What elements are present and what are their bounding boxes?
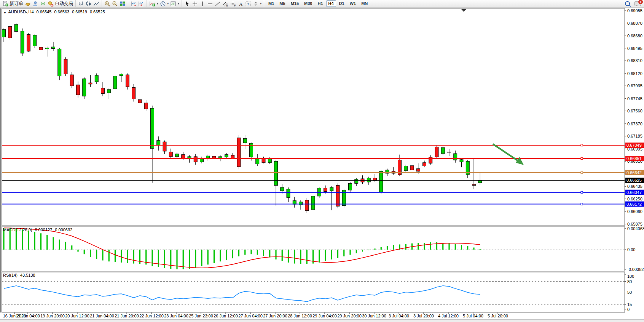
chart-ohlc-header[interactable]: ▼ AUDUSD-,H4 0.66545 0.66563 0.66519 0.6… bbox=[3, 10, 105, 14]
svg-text:0.66060: 0.66060 bbox=[627, 209, 642, 214]
indicators-button[interactable]: ▾ bbox=[148, 0, 159, 7]
timeframe-m1[interactable]: M1 bbox=[266, 0, 276, 7]
chevron-down-icon: ▾ bbox=[178, 2, 179, 5]
chart-shift-button[interactable] bbox=[137, 0, 145, 7]
new-order-icon bbox=[2, 1, 8, 7]
svg-text:0.66172: 0.66172 bbox=[626, 202, 642, 207]
timeframe-h4[interactable]: H4 bbox=[326, 0, 336, 7]
horizontal-line-button[interactable] bbox=[206, 0, 214, 7]
svg-text:T: T bbox=[247, 2, 249, 6]
svg-text:29 Jun 04:00: 29 Jun 04:00 bbox=[312, 314, 337, 318]
time-axis[interactable]: 16 Jun 202319 Jun 04:0019 Jun 20:0020 Ju… bbox=[3, 312, 508, 318]
timeframe-m5[interactable]: M5 bbox=[277, 0, 287, 7]
svg-text:25 Jun 23:00: 25 Jun 23:00 bbox=[189, 314, 213, 318]
rsi-pane[interactable] bbox=[2, 272, 625, 312]
label-icon: T bbox=[245, 1, 251, 7]
crosshair-icon bbox=[192, 1, 198, 7]
channel-icon: E bbox=[222, 1, 228, 7]
svg-text:23 Jun 04:00: 23 Jun 04:00 bbox=[164, 314, 188, 318]
svg-text:50: 50 bbox=[627, 290, 632, 295]
zoom-in-button[interactable] bbox=[104, 0, 111, 7]
text-label-button[interactable]: T bbox=[244, 0, 252, 7]
svg-text:27 Jun 20:00: 27 Jun 20:00 bbox=[263, 314, 287, 318]
signal-button[interactable] bbox=[39, 0, 47, 7]
macd-value2: 0.000632 bbox=[55, 227, 72, 232]
svg-text:29 Jun 20:00: 29 Jun 20:00 bbox=[337, 314, 362, 318]
svg-text:0.67745: 0.67745 bbox=[627, 96, 642, 101]
chevron-down-icon: ▼ bbox=[3, 11, 6, 14]
timeframe-w1[interactable]: W1 bbox=[348, 0, 359, 7]
macd-name: MACD(12,26,9) bbox=[3, 227, 32, 232]
svg-text:3 Jul 20:00: 3 Jul 20:00 bbox=[413, 314, 434, 318]
svg-text:-0.003828: -0.003828 bbox=[627, 267, 644, 272]
svg-text:E: E bbox=[226, 4, 228, 7]
arrows-button[interactable]: ▾ bbox=[252, 0, 263, 7]
svg-text:0: 0 bbox=[627, 307, 630, 312]
rsi-indicator-label: RSI(14) 43.5138 bbox=[3, 273, 35, 277]
svg-text:4 Jul 12:00: 4 Jul 12:00 bbox=[438, 314, 459, 318]
vertical-line-button[interactable] bbox=[199, 0, 206, 7]
timeframe-d1[interactable]: D1 bbox=[337, 0, 347, 7]
zoom-out-button[interactable] bbox=[111, 0, 119, 7]
equidistant-channel-button[interactable]: E bbox=[222, 0, 229, 7]
chart-shift-icon bbox=[138, 1, 144, 7]
timeframe-m30[interactable]: M30 bbox=[302, 0, 314, 7]
macd-indicator-label: MACD(12,26,9) 0.000127 0.000632 bbox=[3, 227, 72, 232]
gold-icon bbox=[25, 1, 31, 7]
notifications-icon[interactable]: 1 bbox=[634, 1, 641, 6]
svg-text:0.69055: 0.69055 bbox=[627, 8, 642, 13]
main-toolbar: 新订单自动交易▾▾▾EFAT▾M1M5M15M30H1H4D1W1MN bbox=[0, 0, 644, 8]
periods-icon bbox=[160, 1, 166, 7]
line-chart-button[interactable] bbox=[92, 0, 100, 7]
periods-button[interactable]: ▾ bbox=[159, 0, 170, 7]
candlestick-button[interactable] bbox=[85, 0, 92, 7]
community-button[interactable] bbox=[32, 0, 39, 7]
gold-button[interactable] bbox=[24, 0, 32, 7]
text-button[interactable]: A bbox=[237, 0, 244, 7]
trendline-button[interactable] bbox=[214, 0, 222, 7]
new-order-button[interactable]: 新订单 bbox=[2, 0, 24, 7]
window-edge bbox=[0, 8, 2, 312]
macd-pane[interactable] bbox=[2, 226, 625, 271]
hline-icon bbox=[207, 1, 213, 7]
indicators-icon bbox=[149, 1, 155, 7]
svg-text:0.68870: 0.68870 bbox=[627, 21, 642, 26]
svg-text:19 Jun 04:00: 19 Jun 04:00 bbox=[16, 314, 40, 318]
svg-text:F: F bbox=[234, 4, 236, 6]
cursor-icon bbox=[184, 1, 190, 7]
search-icon[interactable] bbox=[625, 1, 630, 6]
svg-text:0.66250: 0.66250 bbox=[627, 197, 642, 201]
chart-area[interactable]: 0.690550.688700.686800.684950.683100.681… bbox=[0, 0, 644, 322]
mt4-window: 新订单自动交易▾▾▾EFAT▾M1M5M15M30H1H4D1W1MN 1 0.… bbox=[0, 0, 644, 322]
svg-text:0.65875: 0.65875 bbox=[627, 222, 642, 226]
svg-text:27 Jun 04:00: 27 Jun 04:00 bbox=[238, 314, 263, 318]
symbol-dropdown[interactable]: ▼ AUDUSD-,H4 bbox=[3, 10, 34, 14]
autotrade-button[interactable]: 自动交易 bbox=[47, 0, 74, 7]
bar-chart-button[interactable] bbox=[77, 0, 85, 7]
price-high: 0.66563 bbox=[54, 10, 69, 14]
bar-chart-icon bbox=[78, 1, 84, 7]
fibonacci-icon: F bbox=[230, 1, 236, 7]
svg-text:22 Jun 12:00: 22 Jun 12:00 bbox=[139, 314, 164, 318]
cursor-button[interactable] bbox=[183, 0, 191, 7]
svg-text:5 Jul 04:00: 5 Jul 04:00 bbox=[463, 314, 483, 318]
chevron-down-icon: ▾ bbox=[167, 2, 169, 5]
tile-windows-button[interactable] bbox=[119, 0, 126, 7]
timeframe-mn[interactable]: MN bbox=[359, 0, 370, 7]
svg-text:0.67049: 0.67049 bbox=[626, 143, 642, 147]
vline-icon bbox=[199, 1, 206, 7]
templates-button[interactable]: ▾ bbox=[169, 0, 180, 7]
svg-text:3 Jul 04:00: 3 Jul 04:00 bbox=[389, 314, 409, 318]
main-pane[interactable] bbox=[2, 8, 625, 226]
timeframe-m15[interactable]: M15 bbox=[289, 0, 301, 7]
auto-scroll-button[interactable] bbox=[130, 0, 137, 7]
text-icon: A bbox=[238, 1, 244, 7]
svg-text:0.66525: 0.66525 bbox=[626, 178, 642, 183]
fibonacci-button[interactable]: F bbox=[229, 0, 237, 7]
svg-text:28 Jun 12:00: 28 Jun 12:00 bbox=[288, 314, 312, 318]
svg-text:0.66347: 0.66347 bbox=[626, 190, 642, 195]
svg-text:5 Jul 20:00: 5 Jul 20:00 bbox=[488, 314, 508, 318]
svg-text:0.67935: 0.67935 bbox=[627, 83, 642, 88]
crosshair-button[interactable] bbox=[191, 0, 199, 7]
timeframe-h1[interactable]: H1 bbox=[315, 0, 325, 7]
